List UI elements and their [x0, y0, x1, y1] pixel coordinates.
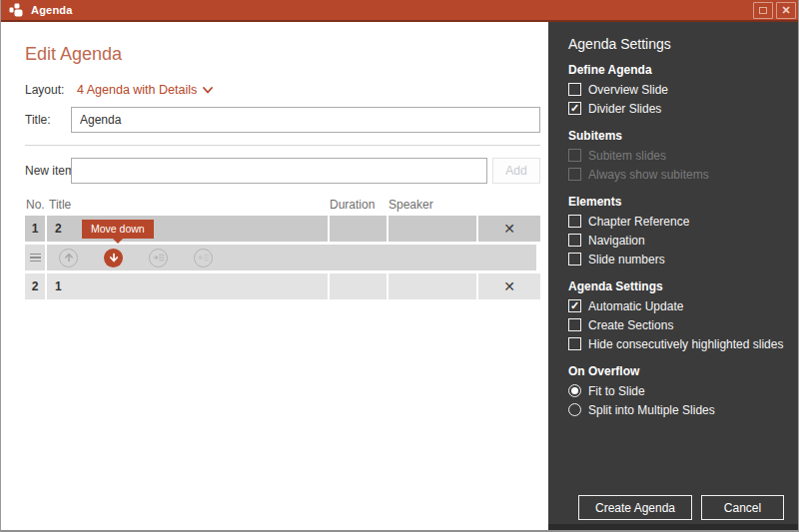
close-button[interactable]: ✕: [776, 2, 796, 19]
option-fit-to-slide[interactable]: Fit to Slide: [568, 381, 784, 400]
option-label: Fit to Slide: [588, 384, 645, 398]
option-divider-slides[interactable]: Divider Slides: [568, 99, 784, 118]
option-automatic-update[interactable]: Automatic Update: [568, 296, 784, 315]
agenda-items-table: No. Title Duration Speaker 1 2 ✕: [25, 198, 540, 299]
title-row: Title:: [25, 107, 540, 133]
option-label: Overview Slide: [588, 83, 668, 97]
move-up-button: [59, 249, 78, 267]
create-agenda-button[interactable]: Create Agenda: [578, 495, 692, 520]
agenda-dialog: Agenda ✕ Edit Agenda Layout: 4 Agenda wi…: [0, 0, 799, 532]
option-subitem-slides: Subitem slides: [568, 146, 784, 165]
option-create-sections[interactable]: Create Sections: [568, 315, 784, 334]
group-elements: Elements: [568, 195, 784, 209]
new-item-input[interactable]: [71, 158, 487, 184]
row2-duration-cell[interactable]: [330, 273, 387, 299]
checkbox-checked-icon[interactable]: [568, 102, 581, 115]
row-actions: Move down: [47, 245, 536, 270]
dialog-footer: Create Agenda Cancel: [578, 495, 784, 520]
divider: [25, 145, 540, 146]
drag-handle-icon: [30, 254, 41, 263]
add-item-button: Add: [492, 158, 540, 184]
radio-selected-icon[interactable]: [568, 384, 581, 397]
close-icon: ✕: [781, 5, 790, 16]
row2-title-cell[interactable]: 1: [47, 273, 328, 299]
checkbox-icon[interactable]: [568, 318, 581, 331]
option-label: Divider Slides: [588, 102, 661, 116]
page-title: Edit Agenda: [25, 44, 540, 65]
column-header-no: No.: [25, 198, 45, 212]
row1-delete-button[interactable]: ✕: [478, 216, 540, 242]
drag-handle[interactable]: [25, 245, 45, 270]
titlebar: Agenda ✕: [1, 0, 798, 22]
option-label: Navigation: [588, 234, 645, 248]
option-navigation[interactable]: Navigation: [568, 231, 784, 250]
option-label: Create Sections: [588, 318, 673, 332]
move-down-tooltip: Move down: [82, 220, 154, 239]
column-header-speaker: Speaker: [389, 198, 476, 212]
layout-label: Layout:: [25, 83, 71, 97]
column-header-title: Title: [47, 198, 328, 212]
checkbox-icon[interactable]: [568, 215, 581, 228]
app-logo-icon: [9, 3, 23, 17]
delete-icon: ✕: [503, 221, 515, 237]
edit-agenda-panel: Edit Agenda Layout: 4 Agenda with Detail…: [1, 22, 548, 530]
option-slide-numbers[interactable]: Slide numbers: [568, 250, 784, 268]
row1-speaker-cell[interactable]: [389, 216, 476, 242]
demote-button: [149, 249, 168, 267]
group-define-agenda: Define Agenda: [568, 63, 784, 77]
maximize-icon: [759, 7, 767, 14]
cancel-button[interactable]: Cancel: [701, 495, 784, 520]
option-overview-slide[interactable]: Overview Slide: [568, 80, 784, 99]
title-label: Title:: [25, 113, 71, 127]
chevron-down-icon: [203, 83, 213, 97]
table-row[interactable]: 2 1 ✕: [25, 273, 540, 299]
option-label: Always show subitems: [588, 168, 709, 182]
group-on-overflow: On Overflow: [568, 364, 784, 378]
row2-speaker-cell[interactable]: [389, 273, 476, 299]
window-title: Agenda: [31, 4, 73, 16]
column-header-duration: Duration: [330, 198, 387, 212]
row1-duration-cell[interactable]: [330, 216, 387, 242]
checkbox-checked-icon[interactable]: [568, 299, 581, 312]
option-split-multiple-slides[interactable]: Split into Multiple Slides: [568, 400, 784, 419]
option-label: Automatic Update: [588, 299, 683, 313]
row2-number: 2: [25, 273, 45, 299]
checkbox-icon[interactable]: [568, 83, 581, 96]
row1-number: 1: [25, 216, 45, 242]
arrow-down-icon: [109, 253, 119, 263]
checkbox-icon[interactable]: [568, 253, 581, 266]
radio-icon[interactable]: [568, 403, 581, 416]
outdent-left-icon: [198, 253, 210, 263]
checkbox-icon: [568, 168, 581, 181]
group-subitems: Subitems: [568, 129, 784, 143]
new-item-row: New item: Add: [25, 158, 540, 184]
option-label: Slide numbers: [588, 253, 665, 266]
option-hide-consecutive[interactable]: Hide consecutively highlighted slides: [568, 334, 784, 353]
agenda-settings-panel: Agenda Settings Define Agenda Overview S…: [548, 22, 798, 530]
option-label: Chapter Reference: [588, 215, 689, 229]
row2-delete-button[interactable]: ✕: [478, 273, 540, 299]
layout-dropdown-value: 4 Agenda with Details: [77, 83, 197, 97]
checkbox-icon[interactable]: [568, 337, 581, 350]
group-agenda-settings: Agenda Settings: [568, 279, 784, 293]
table-header: No. Title Duration Speaker: [25, 198, 540, 212]
delete-icon: ✕: [503, 278, 515, 294]
settings-title: Agenda Settings: [568, 36, 784, 52]
move-down-button[interactable]: [104, 249, 123, 267]
indent-right-icon: [153, 253, 165, 263]
option-always-show-subitems: Always show subitems: [568, 165, 784, 184]
option-chapter-reference[interactable]: Chapter Reference: [568, 212, 784, 231]
checkbox-icon[interactable]: [568, 234, 581, 247]
row-toolbar: Move down: [25, 245, 540, 270]
checkbox-icon: [568, 149, 581, 162]
promote-button: [194, 249, 213, 267]
option-label: Hide consecutively highlighted slides: [588, 337, 783, 351]
option-label: Split into Multiple Slides: [588, 403, 715, 417]
layout-dropdown[interactable]: 4 Agenda with Details: [77, 83, 213, 97]
arrow-up-icon: [64, 253, 74, 263]
title-input[interactable]: [71, 107, 540, 133]
maximize-button[interactable]: [753, 2, 773, 19]
layout-row: Layout: 4 Agenda with Details: [25, 83, 540, 97]
option-label: Subitem slides: [588, 149, 666, 163]
